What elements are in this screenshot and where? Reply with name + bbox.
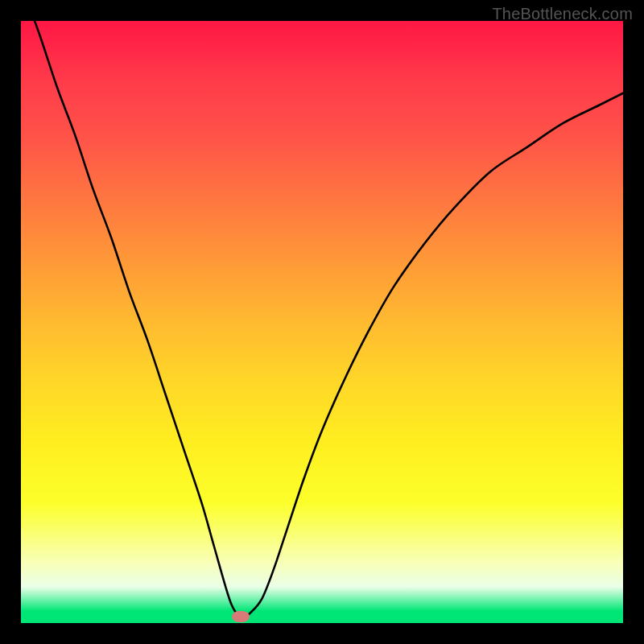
minimum-marker xyxy=(232,611,250,622)
curve-svg xyxy=(21,21,623,623)
curve-path xyxy=(21,21,623,617)
chart-area xyxy=(21,21,623,623)
watermark-text: TheBottleneck.com xyxy=(492,5,633,23)
